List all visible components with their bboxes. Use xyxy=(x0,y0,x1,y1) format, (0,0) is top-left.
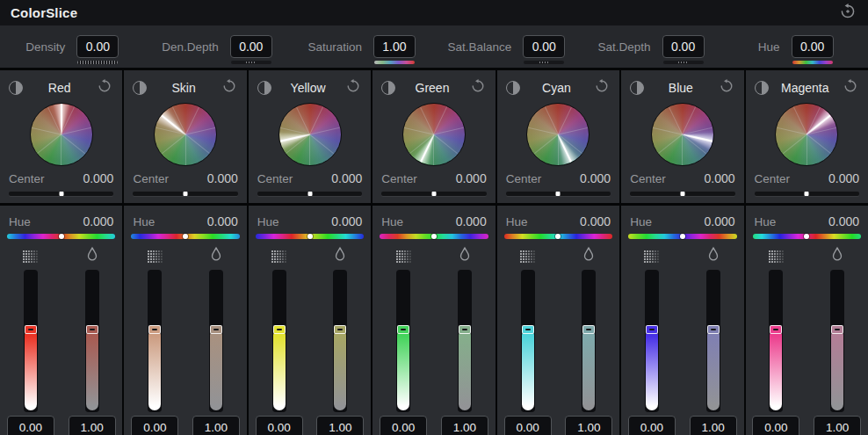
saturation-slider[interactable] xyxy=(61,270,123,412)
density-slider[interactable] xyxy=(373,270,434,412)
saturation-value-box[interactable]: 1.00 xyxy=(69,416,116,435)
center-slider[interactable] xyxy=(755,192,859,196)
toolbar-control-value[interactable]: 0.00 xyxy=(523,35,565,58)
saturation-value-box[interactable]: 1.00 xyxy=(565,416,612,435)
density-slider[interactable] xyxy=(497,270,559,412)
density-value-box[interactable]: 0.00 xyxy=(380,416,427,435)
center-slider-handle[interactable] xyxy=(556,192,561,196)
channel-reset-button[interactable] xyxy=(344,79,362,97)
color-wheel[interactable] xyxy=(526,103,590,166)
saturation-value-box[interactable]: 1.00 xyxy=(441,416,488,435)
color-wheel[interactable] xyxy=(402,103,466,166)
saturation-value-box[interactable]: 1.00 xyxy=(192,416,240,435)
center-slider[interactable] xyxy=(381,192,486,196)
density-slider[interactable] xyxy=(746,270,807,412)
toolbar-control-value[interactable]: 1.00 xyxy=(373,35,416,58)
center-slider[interactable] xyxy=(9,192,113,196)
saturation-slider[interactable] xyxy=(683,270,744,412)
saturation-slider-handle[interactable] xyxy=(334,325,346,334)
hue-slider-handle[interactable] xyxy=(59,234,64,239)
hue-value[interactable]: 0.000 xyxy=(83,214,113,228)
saturation-slider[interactable] xyxy=(807,270,868,412)
toolbar-control-strip[interactable] xyxy=(663,61,704,64)
hue-value[interactable]: 0.000 xyxy=(207,214,238,228)
hue-slider-handle[interactable] xyxy=(555,234,561,239)
hue-slider-track[interactable] xyxy=(380,234,488,239)
toolbar-control-strip[interactable] xyxy=(77,61,118,64)
center-value[interactable]: 0.000 xyxy=(456,171,487,185)
hue-slider-handle[interactable] xyxy=(680,234,685,239)
channel-reset-button[interactable] xyxy=(593,79,611,97)
channel-reset-button[interactable] xyxy=(469,79,487,97)
toolbar-control-value[interactable]: 0.00 xyxy=(76,35,119,58)
hue-slider-track[interactable] xyxy=(753,234,861,239)
saturation-slider[interactable] xyxy=(558,270,619,412)
contrast-half-circle-icon[interactable] xyxy=(755,81,769,95)
channel-reset-button[interactable] xyxy=(221,79,238,97)
saturation-value-box[interactable]: 1.00 xyxy=(690,416,737,435)
density-value-box[interactable]: 0.00 xyxy=(628,416,676,435)
center-value[interactable]: 0.000 xyxy=(331,171,362,185)
channel-reset-button[interactable] xyxy=(842,79,859,97)
hue-slider-track[interactable] xyxy=(504,234,612,239)
center-slider[interactable] xyxy=(257,192,362,196)
saturation-value-box[interactable]: 1.00 xyxy=(316,416,364,435)
toolbar-control-strip[interactable] xyxy=(524,61,564,64)
contrast-half-circle-icon[interactable] xyxy=(9,81,23,95)
center-slider-handle[interactable] xyxy=(307,192,312,196)
contrast-half-circle-icon[interactable] xyxy=(381,81,395,95)
density-value-box[interactable]: 0.00 xyxy=(752,416,799,435)
color-wheel[interactable] xyxy=(775,103,838,166)
density-slider-handle[interactable] xyxy=(25,325,37,334)
saturation-value-box[interactable]: 1.00 xyxy=(814,416,861,435)
color-wheel[interactable] xyxy=(30,103,93,166)
hue-slider-handle[interactable] xyxy=(804,234,809,239)
center-slider[interactable] xyxy=(506,192,611,196)
hue-value[interactable]: 0.000 xyxy=(456,214,487,228)
saturation-slider-handle[interactable] xyxy=(210,325,222,334)
hue-value[interactable]: 0.000 xyxy=(828,214,859,228)
center-slider-handle[interactable] xyxy=(59,192,63,196)
saturation-slider-handle[interactable] xyxy=(86,325,98,334)
hue-slider-track[interactable] xyxy=(131,234,239,239)
density-slider-handle[interactable] xyxy=(522,325,534,334)
hue-value[interactable]: 0.000 xyxy=(580,214,611,228)
toolbar-control-strip[interactable] xyxy=(231,61,271,64)
density-slider-handle[interactable] xyxy=(148,325,161,334)
saturation-slider[interactable] xyxy=(310,270,372,412)
hue-value[interactable]: 0.000 xyxy=(705,214,735,228)
saturation-slider-handle[interactable] xyxy=(831,325,843,334)
density-value-box[interactable]: 0.00 xyxy=(504,416,552,435)
density-slider[interactable] xyxy=(621,270,683,412)
toolbar-control-value[interactable]: 0.00 xyxy=(792,35,834,58)
toolbar-control-strip[interactable] xyxy=(792,61,833,64)
saturation-slider-handle[interactable] xyxy=(582,325,595,334)
center-value[interactable]: 0.000 xyxy=(705,171,735,185)
toolbar-control-value[interactable]: 0.00 xyxy=(662,35,705,58)
center-value[interactable]: 0.000 xyxy=(207,171,238,185)
color-wheel[interactable] xyxy=(154,103,217,166)
center-slider-handle[interactable] xyxy=(680,192,684,196)
saturation-slider-handle[interactable] xyxy=(707,325,720,334)
center-slider-handle[interactable] xyxy=(805,192,809,196)
density-slider-handle[interactable] xyxy=(397,325,409,334)
channel-reset-button[interactable] xyxy=(96,79,113,97)
hue-slider-handle[interactable] xyxy=(183,234,188,239)
hue-value[interactable]: 0.000 xyxy=(331,214,362,228)
hue-slider-track[interactable] xyxy=(7,234,115,239)
center-slider[interactable] xyxy=(133,192,237,196)
saturation-slider-handle[interactable] xyxy=(459,325,471,334)
hue-slider-handle[interactable] xyxy=(431,234,437,239)
density-slider-handle[interactable] xyxy=(646,325,658,334)
density-slider[interactable] xyxy=(0,270,61,412)
reset-all-button[interactable] xyxy=(838,4,857,23)
contrast-half-circle-icon[interactable] xyxy=(133,81,147,95)
center-value[interactable]: 0.000 xyxy=(580,171,611,185)
color-wheel[interactable] xyxy=(651,103,714,166)
hue-slider-track[interactable] xyxy=(256,234,364,239)
density-slider-handle[interactable] xyxy=(273,325,286,334)
toolbar-control-value[interactable]: 0.00 xyxy=(230,35,272,58)
saturation-slider[interactable] xyxy=(185,270,247,412)
center-slider-handle[interactable] xyxy=(184,192,188,196)
density-slider[interactable] xyxy=(249,270,310,412)
